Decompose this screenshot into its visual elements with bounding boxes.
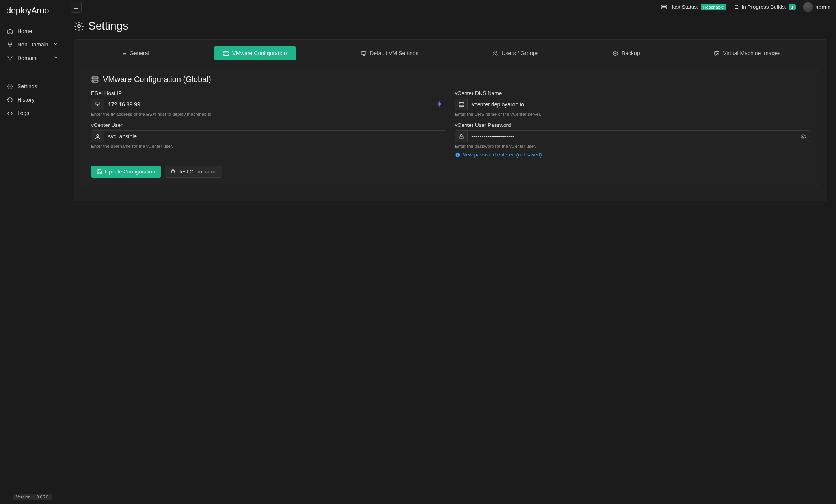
vmware-config-section: VMware Configuration (Global) ESXi Host … bbox=[83, 69, 818, 186]
server-icon bbox=[91, 76, 99, 84]
button-label: Test Connection bbox=[179, 169, 217, 175]
tab-label: General bbox=[130, 50, 149, 56]
vcenter-user-input[interactable] bbox=[104, 131, 446, 142]
box-icon bbox=[613, 50, 618, 56]
host-status-label: Host Status: bbox=[669, 4, 698, 10]
eye-icon bbox=[801, 134, 806, 139]
field-vcenter-dns: vCenter DNS Name Enter the DNS name of t… bbox=[455, 90, 810, 117]
sidebar-item-history[interactable]: History bbox=[0, 93, 65, 106]
password-info-message: New password entered (not saved) bbox=[455, 152, 810, 158]
sidebar: deployAroo Home Non-Domain Domain Settin… bbox=[0, 0, 65, 210]
gear-icon bbox=[6, 84, 13, 89]
field-label: vCenter DNS Name bbox=[455, 90, 810, 96]
button-label: Update Configuration bbox=[105, 169, 155, 175]
sidebar-item-settings[interactable]: Settings bbox=[0, 80, 65, 93]
tab-label: VMware Configuration bbox=[232, 50, 287, 56]
host-status-badge: Reachable bbox=[701, 4, 726, 10]
avatar bbox=[803, 2, 813, 12]
list-icon bbox=[733, 4, 739, 10]
info-icon bbox=[455, 152, 460, 158]
tab-label: Backup bbox=[622, 50, 640, 56]
tab-backup[interactable]: Backup bbox=[604, 46, 649, 60]
users-icon bbox=[492, 50, 498, 56]
server-icon bbox=[661, 4, 667, 10]
tab-label: Users / Groups bbox=[501, 50, 538, 56]
user-menu[interactable]: admin bbox=[803, 2, 830, 12]
user-icon bbox=[91, 131, 104, 142]
vcenter-password-input[interactable] bbox=[468, 131, 797, 142]
in-progress-builds[interactable]: In Progress Builds: 1 bbox=[733, 4, 795, 10]
sidebar-item-label: Home bbox=[17, 28, 32, 34]
network-icon bbox=[91, 99, 104, 110]
username: admin bbox=[816, 4, 830, 10]
in-progress-label: In Progress Builds: bbox=[741, 4, 786, 10]
plug-icon bbox=[170, 169, 176, 175]
sidebar-item-domain[interactable]: Domain bbox=[0, 51, 65, 65]
test-connection-button[interactable]: Test Connection bbox=[165, 166, 222, 178]
monitor-icon bbox=[361, 50, 367, 56]
sidebar-item-label: Non-Domain bbox=[17, 41, 48, 48]
chevron-down-icon bbox=[53, 41, 58, 48]
page-title: Settings bbox=[74, 20, 827, 32]
sidebar-item-logs[interactable]: Logs bbox=[0, 106, 65, 120]
update-configuration-button[interactable]: Update Configuration bbox=[91, 166, 161, 178]
tab-default-vm-settings[interactable]: Default VM Settings bbox=[352, 46, 427, 60]
history-icon bbox=[6, 97, 13, 103]
sidebar-item-non-domain[interactable]: Non-Domain bbox=[0, 38, 65, 51]
field-help: Enter the password for the vCenter user. bbox=[455, 144, 810, 149]
tab-users-groups[interactable]: Users / Groups bbox=[484, 46, 547, 60]
page-title-text: Settings bbox=[88, 20, 128, 32]
esxi-host-ip-input[interactable] bbox=[104, 99, 446, 110]
field-label: vCenter User bbox=[91, 122, 446, 128]
sidebar-toggle-button[interactable] bbox=[71, 2, 82, 13]
topbar: Host Status: Reachable In Progress Build… bbox=[65, 0, 836, 14]
chevron-down-icon bbox=[53, 55, 58, 61]
vcenter-dns-input[interactable] bbox=[468, 99, 810, 110]
field-esxi-host-ip: ESXi Host IP Enter the IP address of the… bbox=[91, 90, 446, 117]
network-icon bbox=[6, 55, 13, 61]
field-help: Enter the username for the vCenter user. bbox=[91, 144, 446, 149]
tab-vmware-configuration[interactable]: VMware Configuration bbox=[214, 46, 296, 60]
field-vcenter-user: vCenter User Enter the username for the … bbox=[91, 122, 446, 158]
save-icon bbox=[97, 169, 102, 175]
settings-tabs: General VMware Configuration Default VM … bbox=[74, 46, 827, 60]
server-icon bbox=[223, 50, 229, 56]
code-icon bbox=[6, 110, 13, 116]
sidebar-item-label: Logs bbox=[17, 110, 29, 116]
sidebar-item-label: History bbox=[17, 97, 35, 103]
sidebar-item-home[interactable]: Home bbox=[0, 24, 65, 38]
toggle-password-visibility-button[interactable] bbox=[797, 131, 810, 142]
brand-logo: deployAroo bbox=[0, 0, 65, 23]
host-status[interactable]: Host Status: Reachable bbox=[661, 4, 726, 10]
field-label: vCenter User Password bbox=[455, 122, 810, 128]
main-content: Settings General VMware Configuration De… bbox=[65, 0, 836, 210]
field-vcenter-password: vCenter User Password Enter the password… bbox=[455, 122, 810, 158]
field-help: Enter the IP address of the ESXi host to… bbox=[91, 112, 446, 117]
tab-general[interactable]: General bbox=[112, 46, 158, 60]
tab-vm-images[interactable]: Virtual Machine Images bbox=[705, 46, 789, 60]
list-icon bbox=[121, 50, 127, 56]
tab-label: Default VM Settings bbox=[370, 50, 419, 56]
field-help: Enter the DNS name of the vCenter server… bbox=[455, 112, 810, 117]
sidebar-item-label: Domain bbox=[17, 55, 36, 61]
field-label: ESXi Host IP bbox=[91, 90, 446, 96]
sidebar-item-label: Settings bbox=[17, 83, 37, 89]
image-icon bbox=[714, 50, 720, 56]
menu-icon bbox=[73, 4, 79, 10]
gears-icon bbox=[74, 21, 84, 32]
lock-icon bbox=[455, 131, 468, 142]
section-title-text: VMware Configuration (Global) bbox=[103, 75, 211, 84]
info-text: New password entered (not saved) bbox=[462, 152, 542, 158]
section-title: VMware Configuration (Global) bbox=[91, 75, 810, 84]
settings-card: General VMware Configuration Default VM … bbox=[74, 39, 827, 201]
server-icon bbox=[455, 99, 468, 110]
in-progress-count: 1 bbox=[789, 4, 796, 10]
home-icon bbox=[6, 28, 13, 34]
network-icon bbox=[6, 42, 13, 48]
tab-label: Virtual Machine Images bbox=[723, 50, 780, 56]
